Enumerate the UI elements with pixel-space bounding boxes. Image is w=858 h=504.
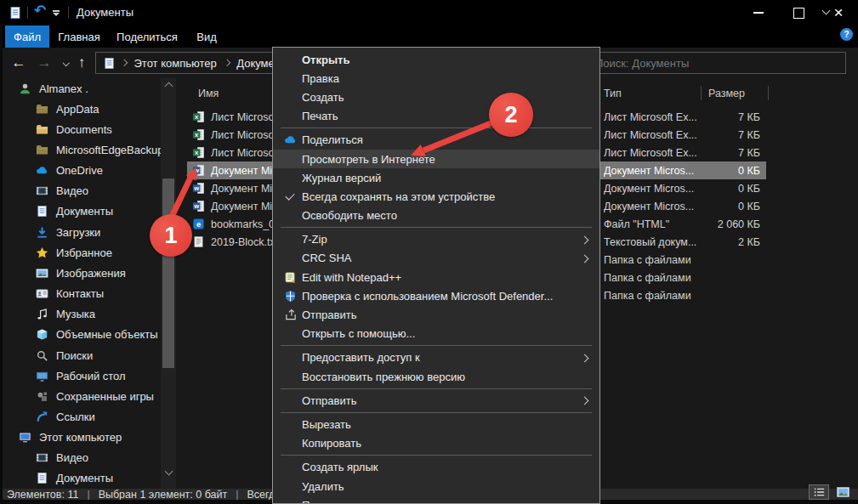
file-row[interactable]: xЛист Microsof: [192, 126, 272, 144]
excel-icon: x: [192, 146, 205, 159]
file-row[interactable]: xЛист Microsof: [192, 144, 272, 161]
file-name: Лист Microsof: [211, 129, 272, 141]
file-name: 2019-Block.txt: [211, 236, 272, 248]
menu-separator: [281, 455, 592, 456]
explorer-window: ↶ Документы × ФайлГлавнаяПоделитьсяВид ?…: [0, 0, 858, 504]
file-row[interactable]: wДокумент Mic: [192, 179, 272, 197]
file-size-cell: 0 КБ: [701, 197, 760, 215]
context-menu-item[interactable]: 7-Zip: [273, 230, 599, 249]
file-type-cell: Лист Microsoft Ex...: [604, 108, 699, 126]
column-header-type[interactable]: Тип: [604, 83, 622, 104]
context-menu-item[interactable]: Просмотреть в Интернете: [273, 150, 599, 168]
context-menu-item[interactable]: Открыть с помощью...: [273, 325, 599, 343]
forward-button[interactable]: →: [34, 48, 54, 78]
menu-item-label: Edit with Notepad++: [302, 271, 401, 284]
sidebar-scrollbar-thumb[interactable]: [162, 178, 174, 368]
ribbon-tab-4[interactable]: Вид: [187, 25, 226, 48]
context-menu-item[interactable]: Всегда сохранять на этом устройстве: [273, 187, 599, 206]
context-menu-item[interactable]: Освободить место: [273, 207, 599, 225]
sidebar-item-label: Документы: [56, 205, 113, 218]
textfile-icon: [192, 235, 205, 248]
menu-item-label: Освободить место: [302, 209, 397, 222]
file-row[interactable]: wДокумент Mic: [192, 161, 272, 179]
minimize-icon: [753, 12, 764, 14]
up-button[interactable]: ↑: [71, 48, 92, 78]
column-header-size[interactable]: Размер: [708, 83, 745, 104]
context-menu-item[interactable]: Правка: [273, 69, 599, 88]
submenu-chevron-icon: [582, 237, 588, 243]
sidebar-item-label: Музыка: [56, 308, 95, 320]
details-view-button[interactable]: [810, 485, 828, 499]
qat-dropdown-icon[interactable]: [53, 10, 60, 16]
thumbnails-view-button[interactable]: [833, 485, 852, 499]
file-size-cell: [701, 269, 760, 286]
ribbon-tab-2[interactable]: Главная: [51, 25, 107, 48]
maximize-button[interactable]: [779, 0, 818, 25]
file-row[interactable]: 2019-Block.txt: [192, 233, 272, 251]
context-menu-item[interactable]: Вырезать: [273, 415, 599, 433]
context-menu-item[interactable]: Отправить: [273, 305, 599, 324]
context-menu: ОткрытьПравкаСоздатьПечатьПоделитьсяПрос…: [272, 47, 600, 504]
sidebar-item[interactable]: Almanex .: [0, 78, 177, 99]
column-divider[interactable]: [701, 86, 702, 100]
context-menu-item[interactable]: Edit with Notepad++: [273, 268, 599, 286]
context-menu-item[interactable]: Восстановить прежнюю версию: [273, 367, 599, 386]
file-size-cell: 0 КБ: [701, 179, 760, 197]
scroll-down-chevron-icon[interactable]: [166, 468, 172, 474]
breadcrumb-item[interactable]: Этот компьютер: [134, 57, 217, 70]
context-menu-item[interactable]: Предоставить доступ к: [273, 348, 599, 367]
context-menu-item[interactable]: Печать: [273, 107, 599, 126]
context-menu-item[interactable]: Проверка с использованием Microsoft Defe…: [273, 286, 599, 305]
file-name: Документ Mic: [211, 201, 272, 212]
menu-item-icon-slot: [280, 290, 300, 303]
context-menu-item[interactable]: Отправить: [273, 391, 599, 410]
status-separator: |: [236, 489, 238, 501]
help-button[interactable]: ?: [840, 28, 853, 41]
titlebar-separator: [68, 7, 69, 19]
cube-icon: [36, 328, 48, 341]
file-row[interactable]: ebookmarks_08: [192, 215, 272, 233]
excel-icon: x: [192, 128, 205, 141]
file-type-cell: Документ Micros...: [604, 179, 699, 197]
context-menu-item[interactable]: Переименовать: [273, 496, 599, 504]
context-menu-item[interactable]: Создать ярлык: [273, 458, 599, 477]
sidebar-item-label: Поиски: [56, 349, 93, 362]
sidebar-item[interactable]: Этот компьютер: [0, 428, 177, 448]
column-header-name[interactable]: Имя: [198, 83, 219, 104]
excel-icon: x: [192, 110, 205, 123]
undo-icon[interactable]: ↶: [34, 2, 46, 20]
context-menu-item[interactable]: CRC SHA: [273, 249, 599, 268]
ribbon-tab-3[interactable]: Поделиться: [112, 25, 182, 48]
context-menu-item[interactable]: Открыть: [273, 50, 599, 69]
minimize-button[interactable]: [739, 0, 778, 25]
context-menu-item[interactable]: Копировать: [273, 434, 599, 453]
file-size-cell: 7 КБ: [701, 108, 760, 126]
sidebar-item-label: Этот компьютер: [39, 431, 122, 444]
file-type-cell: Лист Microsoft Ex...: [604, 144, 699, 161]
context-menu-item[interactable]: Удалить: [273, 477, 599, 496]
file-row[interactable]: wДокумент Mic: [192, 197, 272, 215]
video-icon: [36, 451, 48, 464]
file-row[interactable]: xЛист Microsof: [192, 108, 272, 126]
back-button[interactable]: ←: [9, 48, 29, 78]
file-size-cell: 7 КБ: [701, 126, 760, 144]
column-divider[interactable]: [768, 86, 769, 100]
defender-icon: [284, 290, 297, 303]
scroll-up-chevron-icon[interactable]: [166, 83, 172, 89]
menu-item-label: Создать: [302, 91, 344, 104]
context-menu-item[interactable]: Журнал версий: [273, 168, 599, 187]
menu-item-label: Всегда сохранять на этом устройстве: [302, 190, 495, 203]
sidebar-item-label: Загрузки: [56, 226, 100, 239]
context-menu-item[interactable]: Поделиться: [273, 131, 599, 150]
search-input[interactable]: Поиск: Документы: [588, 52, 846, 74]
file-type-cell: Лист Microsoft Ex...: [604, 126, 699, 144]
sidebar-item-label: Документы: [56, 472, 113, 484]
breadcrumb-chevron-icon: [121, 59, 128, 66]
file-name: bookmarks_08: [211, 218, 272, 230]
sidebar-item-label: AppData: [56, 103, 99, 116]
thumbnails-view-icon: [837, 487, 849, 497]
ribbon-expand-chevron-icon[interactable]: [823, 8, 829, 14]
video-icon: [36, 184, 48, 197]
ribbon-tab-1[interactable]: Файл: [5, 25, 49, 48]
context-menu-item[interactable]: Создать: [273, 88, 599, 106]
